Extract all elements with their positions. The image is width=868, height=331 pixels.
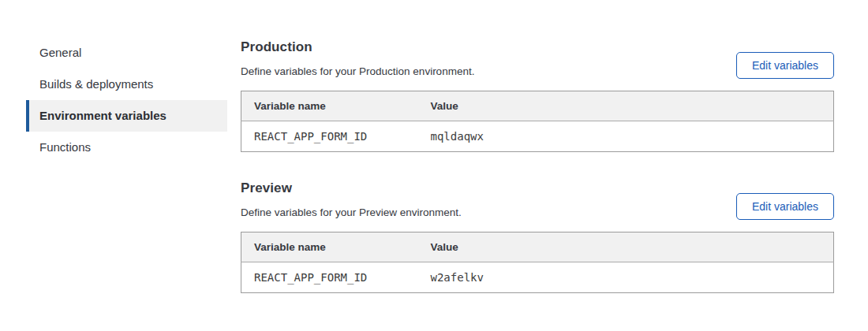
settings-sidebar: General Builds & deployments Environment…	[26, 37, 227, 163]
section-title-preview: Preview	[241, 180, 462, 196]
table-header: Variable name Value	[241, 232, 834, 262]
table-header-row: Variable name Value	[241, 91, 834, 121]
sidebar-item-general[interactable]: General	[26, 37, 227, 69]
table-header-row: Variable name Value	[241, 232, 834, 262]
column-header-variable-name: Variable name	[241, 91, 418, 121]
table-row: REACT_APP_FORM_ID w2afelkv	[241, 262, 834, 293]
variable-name-cell: REACT_APP_FORM_ID	[241, 121, 418, 152]
settings-page: General Builds & deployments Environment…	[0, 0, 868, 331]
sidebar-item-builds-deployments[interactable]: Builds & deployments	[26, 69, 227, 100]
edit-variables-button-preview[interactable]: Edit variables	[736, 193, 834, 220]
production-variables-table: Variable name Value REACT_APP_FORM_ID mq…	[241, 91, 834, 152]
table-header: Variable name Value	[241, 91, 834, 121]
preview-section: Preview Define variables for your Previe…	[241, 180, 834, 293]
preview-variables-table: Variable name Value REACT_APP_FORM_ID w2…	[241, 232, 834, 293]
column-header-variable-name: Variable name	[241, 232, 418, 262]
sidebar-item-environment-variables[interactable]: Environment variables	[26, 100, 227, 132]
sidebar-item-functions[interactable]: Functions	[26, 132, 227, 163]
variable-value-cell: w2afelkv	[418, 262, 834, 293]
section-description-production: Define variables for your Production env…	[241, 65, 474, 77]
section-description-preview: Define variables for your Preview enviro…	[241, 206, 462, 218]
table-body: REACT_APP_FORM_ID w2afelkv	[241, 262, 834, 293]
table-body: REACT_APP_FORM_ID mqldaqwx	[241, 121, 834, 152]
table-row: REACT_APP_FORM_ID mqldaqwx	[241, 121, 834, 152]
section-title-production: Production	[241, 39, 474, 55]
production-section: Production Define variables for your Pro…	[241, 39, 834, 152]
column-header-value: Value	[418, 91, 834, 121]
environment-variables-panel: Production Define variables for your Pro…	[241, 39, 834, 293]
production-section-header: Production Define variables for your Pro…	[241, 39, 834, 77]
preview-section-header: Preview Define variables for your Previe…	[241, 180, 834, 218]
production-section-heading: Production Define variables for your Pro…	[241, 39, 474, 77]
column-header-value: Value	[418, 232, 834, 262]
preview-section-heading: Preview Define variables for your Previe…	[241, 180, 462, 218]
variable-name-cell: REACT_APP_FORM_ID	[241, 262, 418, 293]
variable-value-cell: mqldaqwx	[418, 121, 834, 152]
edit-variables-button-production[interactable]: Edit variables	[736, 52, 834, 79]
